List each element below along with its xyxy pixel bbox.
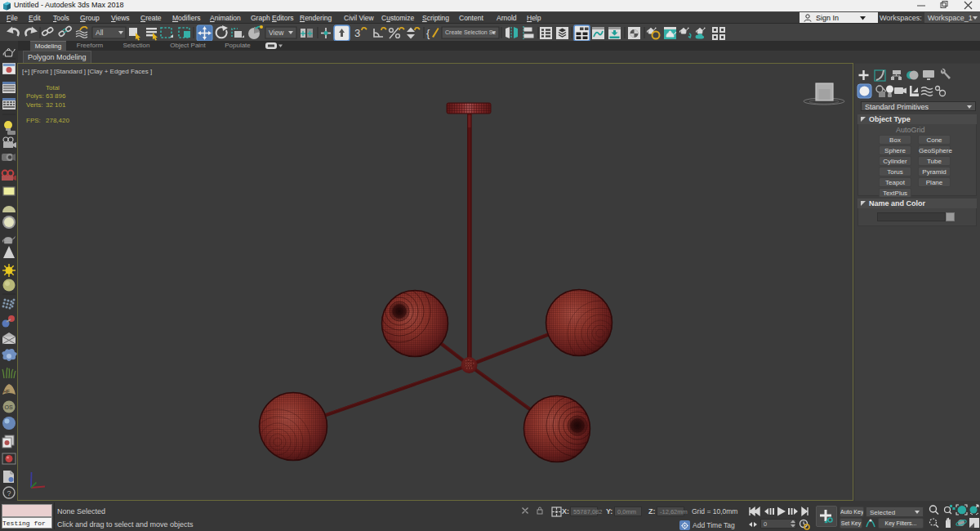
svg-text:{: { xyxy=(426,27,430,39)
svg-text:HF: HF xyxy=(3,389,10,394)
svg-text:Create Selection Se: Create Selection Se xyxy=(445,29,496,35)
svg-text:View: View xyxy=(269,29,284,37)
svg-text:All: All xyxy=(96,29,104,37)
svg-text:3: 3 xyxy=(354,27,360,39)
svg-text:?: ? xyxy=(7,489,11,498)
svg-text:OS: OS xyxy=(5,404,13,410)
